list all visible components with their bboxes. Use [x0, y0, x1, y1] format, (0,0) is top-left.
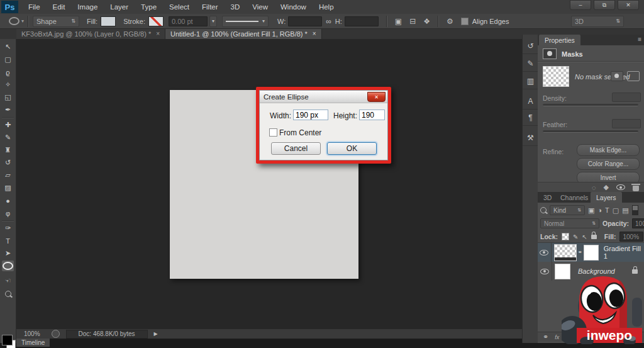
- menu-file[interactable]: File: [22, 0, 47, 14]
- stroke-style-select[interactable]: ▾: [222, 16, 269, 27]
- tool-hand[interactable]: ☜: [2, 276, 14, 286]
- blend-mode-select[interactable]: Normal ⇅: [540, 218, 599, 228]
- layer-row-gradient-fill[interactable]: ⚭ Gradient Fill 1: [538, 243, 644, 262]
- tool-presets-panel-icon[interactable]: ⚒: [523, 130, 538, 146]
- layer-name[interactable]: Gradient Fill 1: [604, 245, 644, 260]
- brush-presets-panel-icon[interactable]: ✎: [523, 56, 538, 72]
- feather-value-field[interactable]: [612, 119, 641, 128]
- tool-preset[interactable]: ▾: [9, 17, 24, 25]
- layer-effects-icon[interactable]: fx: [555, 334, 559, 340]
- menu-edit[interactable]: Edit: [47, 0, 72, 14]
- tool-lasso[interactable]: ϱ: [2, 67, 14, 77]
- menu-type[interactable]: Type: [135, 0, 163, 14]
- tool-path-selection[interactable]: ➤: [2, 248, 14, 259]
- character-panel-icon[interactable]: A: [523, 94, 538, 109]
- menu-3d[interactable]: 3D: [225, 0, 247, 14]
- gradient-layer-thumbnail[interactable]: [554, 244, 577, 261]
- filter-smart-object-icon[interactable]: ▤: [622, 206, 628, 215]
- filter-type-icon[interactable]: T: [605, 206, 609, 214]
- layer-visibility-cell[interactable]: [538, 262, 552, 281]
- delete-mask-trash-icon[interactable]: [633, 186, 639, 191]
- close-tab-icon[interactable]: ×: [313, 30, 316, 37]
- menu-window[interactable]: Window: [274, 0, 313, 14]
- tab-layers[interactable]: Layers: [591, 192, 622, 203]
- tool-zoom[interactable]: [2, 288, 14, 299]
- tool-marquee[interactable]: ▢: [2, 54, 14, 65]
- tab-document-2-active[interactable]: Untitled-1 @ 100% (Gradient Fill 1, RGB/…: [165, 28, 322, 39]
- width-input[interactable]: [288, 16, 322, 26]
- ellipse-height-input[interactable]: [359, 109, 385, 120]
- fill-value[interactable]: 100%: [619, 232, 643, 242]
- add-vector-mask-button[interactable]: [627, 71, 640, 81]
- color-range-button[interactable]: Color Range...: [577, 158, 640, 170]
- path-operations-button[interactable]: ▣: [391, 17, 406, 26]
- tool-eyedropper[interactable]: ✒: [2, 104, 14, 115]
- tool-pen[interactable]: ✑: [2, 223, 14, 233]
- minimize-button[interactable]: –: [570, 0, 591, 10]
- tool-blur[interactable]: ●: [2, 195, 14, 206]
- load-selection-icon[interactable]: ◌: [592, 184, 596, 191]
- mask-link-icon[interactable]: ⚭: [578, 249, 583, 255]
- workspace-select[interactable]: 3D ⇅: [571, 16, 624, 27]
- tab-document-1[interactable]: KF3oBxtA.jpg @ 100% (Layer 0, RGB/8) * ×: [16, 28, 165, 39]
- ok-button[interactable]: OK: [327, 142, 377, 155]
- mask-thumbnail[interactable]: [543, 66, 569, 87]
- layer-visibility-cell[interactable]: [538, 243, 552, 262]
- lock-transparency-icon[interactable]: [562, 233, 569, 240]
- close-tab-icon[interactable]: ×: [156, 30, 160, 37]
- menu-filter[interactable]: Filter: [196, 0, 225, 14]
- from-center-checkbox[interactable]: [269, 128, 277, 137]
- tool-crop[interactable]: ◱: [2, 92, 14, 103]
- tool-move[interactable]: ↖: [2, 42, 14, 52]
- link-dimensions-icon[interactable]: ∞: [322, 17, 335, 26]
- path-arrangement-button[interactable]: ❖: [419, 17, 434, 26]
- history-panel-icon[interactable]: ↺: [523, 38, 538, 54]
- stroke-swatch[interactable]: [148, 16, 164, 26]
- stroke-width-dropdown[interactable]: ▾: [209, 16, 217, 27]
- tool-dodge[interactable]: φ: [2, 208, 14, 218]
- tab-properties[interactable]: Properties: [539, 35, 580, 45]
- document-info[interactable]: Doc: 468.8K/0 bytes: [66, 330, 148, 339]
- lock-all-icon[interactable]: [591, 235, 597, 239]
- tool-clone-stamp[interactable]: ♜: [2, 145, 14, 155]
- path-alignment-button[interactable]: ⊟: [406, 17, 419, 26]
- menu-select[interactable]: Select: [163, 0, 196, 14]
- tool-gradient[interactable]: ▨: [2, 182, 14, 193]
- clone-source-panel-icon[interactable]: ▥: [523, 74, 538, 89]
- menu-help[interactable]: Help: [313, 0, 340, 14]
- stroke-width-field[interactable]: 0.00 pt: [169, 16, 208, 26]
- restore-button[interactable]: ⧉: [594, 0, 615, 10]
- zoom-level[interactable]: 100%: [24, 330, 40, 337]
- filter-shape-icon[interactable]: ▢: [613, 206, 619, 215]
- cancel-button[interactable]: Cancel: [271, 142, 321, 155]
- height-input[interactable]: [345, 16, 379, 26]
- tool-mode-select[interactable]: Shape ⇅: [33, 16, 79, 27]
- tool-ellipse-selected[interactable]: [2, 261, 14, 271]
- tool-eraser[interactable]: ▱: [2, 170, 14, 181]
- density-slider[interactable]: [543, 104, 638, 106]
- tab-timeline[interactable]: Timeline: [16, 339, 50, 347]
- filter-adjustment-icon[interactable]: ◑: [597, 206, 602, 214]
- panel-menu-icon[interactable]: ≡: [638, 36, 641, 43]
- tab-channels[interactable]: Channels: [555, 192, 594, 203]
- lock-position-icon[interactable]: ↖: [582, 233, 587, 240]
- filter-image-icon[interactable]: ▣: [588, 206, 594, 215]
- density-value-field[interactable]: [612, 93, 641, 102]
- layer-name[interactable]: Background: [578, 267, 632, 275]
- layer-mask-thumbnail[interactable]: [584, 245, 599, 261]
- filter-toggle[interactable]: [632, 205, 638, 215]
- tool-healing-brush[interactable]: ✚: [2, 120, 14, 130]
- menu-layer[interactable]: Layer: [104, 0, 135, 14]
- mask-edge-button[interactable]: Mask Edge...: [577, 144, 640, 156]
- close-button[interactable]: ✕: [618, 0, 639, 10]
- add-pixel-mask-button[interactable]: [611, 71, 623, 81]
- tool-history-brush[interactable]: ↺: [2, 157, 14, 168]
- fill-swatch[interactable]: [101, 16, 116, 26]
- status-menu-arrow-icon[interactable]: ▶: [154, 331, 158, 337]
- tool-quick-selection[interactable]: ✧: [2, 79, 14, 90]
- paragraph-panel-icon[interactable]: ¶: [523, 110, 538, 126]
- align-edges-checkbox[interactable]: [461, 18, 469, 25]
- ellipse-width-input[interactable]: [293, 109, 328, 120]
- gear-icon[interactable]: ⚙: [443, 17, 457, 26]
- menu-view[interactable]: View: [246, 0, 274, 14]
